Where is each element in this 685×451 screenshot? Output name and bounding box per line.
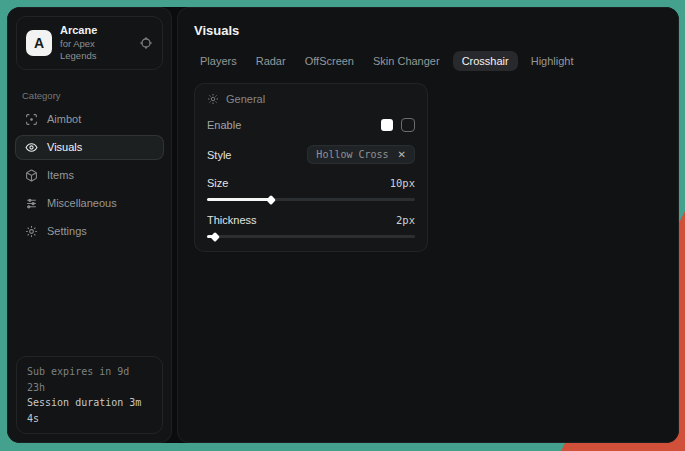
style-selected-value: Hollow Cross xyxy=(316,149,388,160)
sidebar-item-label: Aimbot xyxy=(47,113,81,125)
eye-icon xyxy=(25,141,38,154)
gear-icon xyxy=(25,225,38,238)
sidebar-item-miscellaneous[interactable]: Miscellaneous xyxy=(15,191,164,216)
page-title: Visuals xyxy=(194,23,662,38)
size-slider[interactable] xyxy=(207,198,415,201)
thickness-value: 2px xyxy=(396,214,415,226)
subscription-info: Sub expires in 9d 23h Session duration 3… xyxy=(16,356,163,434)
tab-radar[interactable]: Radar xyxy=(250,51,292,71)
enable-checkbox[interactable] xyxy=(401,118,415,132)
enable-row: Enable xyxy=(207,118,415,132)
general-settings-icon xyxy=(207,93,219,105)
tab-bar: Players Radar OffScreen Skin Changer Cro… xyxy=(194,51,662,71)
sidebar-item-label: Settings xyxy=(47,225,87,237)
sidebar-item-aimbot[interactable]: Aimbot xyxy=(15,107,164,132)
tab-players[interactable]: Players xyxy=(194,51,243,71)
app-window: A Arcane for Apex Legends Category Aimbo… xyxy=(7,7,679,443)
panel-title: General xyxy=(226,93,265,105)
sidebar-item-label: Visuals xyxy=(47,141,82,153)
sidebar-item-settings[interactable]: Settings xyxy=(15,219,164,244)
sidebar-item-items[interactable]: Items xyxy=(15,163,164,188)
clear-style-icon[interactable]: ✕ xyxy=(398,150,406,160)
sidebar-item-label: Items xyxy=(47,169,74,181)
size-label: Size xyxy=(207,177,228,189)
thickness-slider[interactable] xyxy=(207,235,415,238)
tab-crosshair[interactable]: Crosshair xyxy=(453,51,518,71)
category-label: Category xyxy=(22,90,157,101)
tab-skin-changer[interactable]: Skin Changer xyxy=(367,51,446,71)
sidebar: A Arcane for Apex Legends Category Aimbo… xyxy=(7,7,172,443)
tab-offscreen[interactable]: OffScreen xyxy=(299,51,360,71)
brand-logo: A xyxy=(26,30,52,56)
crosshair-target-icon[interactable] xyxy=(139,36,153,50)
crosshair-color-swatch[interactable] xyxy=(381,119,393,131)
brand-name: Arcane xyxy=(60,24,131,38)
brand-subtitle: for Apex Legends xyxy=(60,38,131,62)
session-duration-text: Session duration 3m 4s xyxy=(27,395,152,426)
sidebar-nav: Aimbot Visuals Items xyxy=(8,107,171,244)
main-content: Visuals Players Radar OffScreen Skin Cha… xyxy=(177,7,679,443)
sidebar-item-visuals[interactable]: Visuals xyxy=(15,135,164,160)
enable-label: Enable xyxy=(207,119,241,131)
size-row: Size 10px xyxy=(207,177,415,189)
size-value: 10px xyxy=(390,177,415,189)
style-label: Style xyxy=(207,149,231,161)
sidebar-item-label: Miscellaneous xyxy=(47,197,117,209)
thickness-slider-thumb[interactable] xyxy=(210,232,220,242)
sub-expires-text: Sub expires in 9d 23h xyxy=(27,364,152,395)
style-row: Style Hollow Cross ✕ xyxy=(207,145,415,164)
box-icon xyxy=(25,169,38,182)
general-panel: General Enable Style Hollow Cross ✕ xyxy=(194,83,428,252)
size-slider-thumb[interactable] xyxy=(267,195,277,205)
tab-highlight[interactable]: Highlight xyxy=(525,51,580,71)
thickness-label: Thickness xyxy=(207,214,257,226)
style-dropdown[interactable]: Hollow Cross ✕ xyxy=(307,145,415,164)
brand-header: A Arcane for Apex Legends xyxy=(16,16,163,70)
sliders-icon xyxy=(25,197,38,210)
thickness-row: Thickness 2px xyxy=(207,214,415,226)
aimbot-scan-icon xyxy=(25,113,38,126)
